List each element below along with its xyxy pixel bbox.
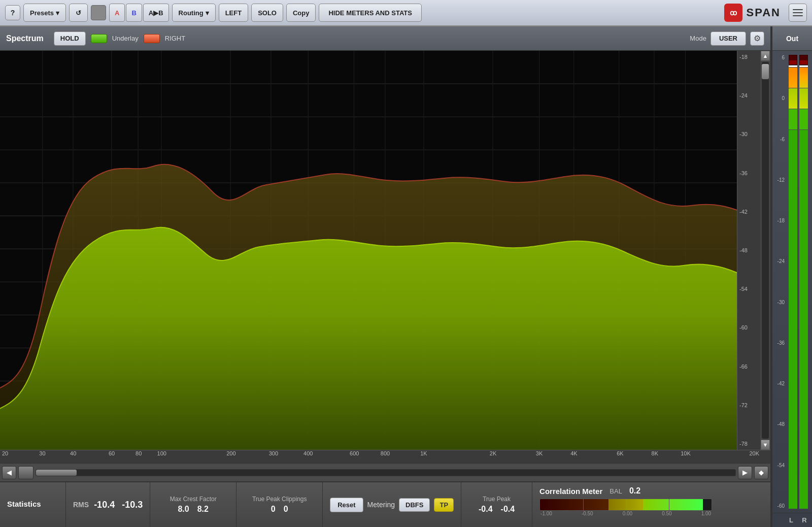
underlay-label: Underlay	[112, 35, 139, 42]
scroll-thumb[interactable]	[762, 64, 769, 79]
hide-meters-button[interactable]: HIDE METERS AND STATS	[319, 4, 421, 22]
vu-scale-6: 6	[774, 55, 785, 60]
hamburger-line-2	[793, 12, 803, 13]
vu-left-orange	[789, 68, 797, 88]
corr-label-n1: -1.00	[540, 511, 552, 516]
correlation-meter-container: -1.00 -0.50 0.00 0.50 1.00	[539, 499, 712, 516]
corr-tick-3	[669, 499, 669, 510]
db-label-36: -36	[739, 170, 758, 176]
routing-button[interactable]: Routing ▾	[172, 4, 216, 22]
freq-label-300: 300	[269, 450, 278, 456]
db-label-60: -60	[739, 324, 758, 331]
settings-button[interactable]: ⚙	[750, 31, 764, 46]
rms-values: -10.4 -10.3	[94, 500, 143, 510]
copy-button[interactable]: Copy	[286, 4, 316, 22]
rms-section: RMS -10.4 -10.3	[66, 482, 150, 527]
rms-row: -10.4 -10.3	[94, 500, 143, 510]
mode-area: Mode USER ⚙	[690, 31, 764, 46]
vu-right-green2	[799, 130, 808, 509]
clip-right-value: 0	[284, 505, 288, 514]
nav-right-button[interactable]: ▶	[738, 466, 752, 479]
true-peak-values: -0.4 -0.4	[468, 505, 525, 514]
vu-right-green1	[799, 109, 808, 129]
toolbar: ? Presets ▾ ↺ A B A▶B Routing ▾ LEFT SOL…	[0, 0, 812, 26]
db-label-30: -30	[739, 131, 758, 137]
nav-zoom-button[interactable]	[18, 466, 33, 479]
vu-scale-m48: -48	[774, 421, 785, 427]
nav-zoom-in-button[interactable]: ◆	[754, 466, 768, 479]
a-button[interactable]: A	[109, 4, 125, 22]
crest-label: Max Crest Factor	[157, 496, 229, 503]
logo-icon: ꝏ	[724, 4, 742, 22]
vu-scale-spacer	[772, 513, 784, 527]
metering-label: Metering	[367, 501, 395, 509]
mode-button[interactable]: USER	[710, 31, 746, 46]
presets-arrow-icon: ▾	[56, 9, 59, 17]
vu-left-channel	[789, 55, 797, 509]
vu-panel: Out 6 0 -6 -12 -18 -24 -30 -36 -42 -48 -…	[771, 26, 812, 527]
vu-right-clip	[799, 55, 808, 65]
freq-label-3k: 3K	[536, 450, 543, 456]
scroll-down-button[interactable]: ▼	[761, 440, 770, 450]
spectrum-display[interactable]: -18 -24 -30 -36 -42 -48 -54 -60 -66 -72 …	[0, 51, 770, 450]
spectrum-header: Spectrum HOLD Underlay RIGHT Mode USER ⚙	[0, 26, 770, 51]
routing-label: Routing	[179, 9, 204, 17]
freq-label-6k: 6K	[617, 450, 623, 456]
vu-left-green1	[789, 109, 797, 129]
b-button[interactable]: B	[126, 4, 142, 22]
ab-group: A B A▶B	[109, 4, 169, 22]
nav-scroll-thumb[interactable]	[36, 470, 77, 476]
freq-label-80: 80	[136, 450, 142, 456]
left-button[interactable]: LEFT	[219, 4, 249, 22]
mode-label: Mode	[690, 35, 706, 42]
true-peak-left-value: -0.4	[479, 505, 493, 514]
hold-button[interactable]: HOLD	[54, 31, 86, 46]
hamburger-line-3	[793, 15, 803, 16]
db-scale: -18 -24 -30 -36 -42 -48 -54 -60 -66 -72 …	[737, 51, 760, 450]
scroll-up-button[interactable]: ▲	[761, 51, 770, 61]
corr-inactive-zone	[703, 499, 712, 510]
vu-right-clip-bar	[800, 60, 807, 64]
left-channel-indicator	[91, 34, 107, 43]
db-label-42: -42	[739, 209, 758, 215]
reset-button[interactable]: Reset	[330, 498, 363, 512]
help-button[interactable]: ?	[5, 5, 20, 20]
nav-left-button[interactable]: ◀	[2, 466, 16, 479]
ab-copy-button[interactable]: A▶B	[143, 4, 169, 22]
presets-button[interactable]: Presets ▾	[23, 4, 66, 22]
correlation-title: Correlation Meter	[539, 487, 602, 496]
db-label-78: -78	[739, 441, 758, 447]
correlation-section: Correlation Meter BAL 0.2	[532, 482, 725, 527]
vu-right-orange	[799, 68, 808, 88]
right-channel-indicator	[144, 34, 160, 43]
vu-right-yellow	[799, 88, 808, 109]
right-label: RIGHT	[165, 35, 185, 42]
rms-right-value: -10.3	[122, 500, 143, 510]
freq-label-4k: 4K	[570, 450, 577, 456]
bal-value: 0.2	[629, 486, 640, 496]
metering-section: Reset Metering DBFS TP	[323, 482, 461, 527]
db-label-72: -72	[739, 402, 758, 408]
tp-button[interactable]: TP	[434, 498, 454, 512]
rms-left-value: -10.4	[94, 500, 115, 510]
menu-button[interactable]	[789, 4, 807, 22]
vu-scale-0: 0	[774, 95, 785, 101]
db-label-48: -48	[739, 247, 758, 253]
spectrum-title: Spectrum	[6, 34, 44, 43]
corr-tick-2	[626, 499, 626, 510]
freq-label-20: 20	[2, 450, 8, 456]
freq-label-600: 600	[350, 450, 359, 456]
freq-label-2k: 2K	[490, 450, 496, 456]
vu-scale-m18: -18	[774, 218, 785, 223]
clip-section: True Peak Clippings 0 0	[236, 482, 323, 527]
logo-area: ꝏ SPAN	[724, 4, 781, 22]
vu-meter-area: 6 0 -6 -12 -18 -24 -30 -36 -42 -48 -54 -…	[772, 51, 812, 513]
refresh-button[interactable]: ↺	[69, 4, 88, 22]
vertical-scroll[interactable]: ▲ ▼	[760, 51, 770, 450]
freq-label-400: 400	[303, 450, 313, 456]
corr-label-0: 0.00	[623, 511, 632, 516]
solo-button[interactable]: SOLO	[251, 4, 283, 22]
dbfs-button[interactable]: DBFS	[399, 498, 430, 512]
color-swatch	[91, 5, 106, 20]
vu-scale-m54: -54	[774, 463, 785, 468]
